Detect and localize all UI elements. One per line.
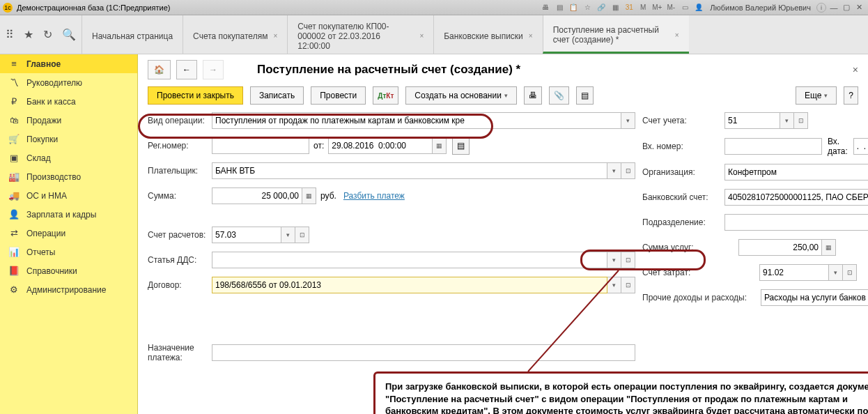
close-icon[interactable]: × [273,32,277,40]
close-icon[interactable]: × [529,32,533,40]
dropdown-icon[interactable]: ▾ [621,112,635,129]
bank-input[interactable] [724,189,868,206]
m-icon[interactable]: M [637,2,649,13]
calendar-icon[interactable]: ▦ [433,137,447,154]
calc-icon[interactable]: ▦ [302,187,316,204]
post-close-button[interactable]: Провести и закрыть [148,86,243,105]
op-type-input[interactable] [212,112,621,129]
fav-icon[interactable]: ☆ [582,2,593,13]
inno-input[interactable] [724,138,822,155]
close-button[interactable]: ✕ [853,2,865,13]
purpose-input[interactable] [212,344,635,361]
calc-acc-input[interactable] [212,227,281,243]
open-icon[interactable]: ⊡ [621,252,635,268]
sidebar-label: Администрирование [26,285,106,295]
maximize-button[interactable]: ▢ [840,2,853,13]
bag-icon: 🛍 [8,115,20,125]
open-icon[interactable]: ⊡ [295,227,309,243]
calendar-icon[interactable]: 31 [623,2,635,13]
star-icon[interactable]: ★ [24,28,33,41]
dropdown-icon[interactable]: ▾ [607,252,621,268]
save-button[interactable]: Записать [250,86,304,105]
calc-icon[interactable]: ▦ [610,2,621,13]
contract-input[interactable] [212,277,607,293]
cost-acc-input[interactable] [759,264,829,281]
open-icon[interactable]: ⊡ [843,264,857,281]
mminus-icon[interactable]: M- [665,2,676,13]
clipboard-icon[interactable]: 📋 [568,2,579,13]
open-icon[interactable]: ⊡ [621,162,635,179]
sidebar-item-sales[interactable]: 🛍Продажи [0,111,137,130]
indate-input[interactable] [853,138,868,155]
date-input[interactable] [328,137,433,154]
sum-input[interactable] [212,187,302,204]
home-button[interactable]: 🏠 [148,60,171,79]
sidebar-item-ops[interactable]: ⇄Операции [0,224,137,243]
other-input[interactable] [761,289,868,306]
tab-receipt[interactable]: Поступление на расчетный счет (создание)… [543,15,689,54]
apps-icon[interactable]: ⠿ [6,28,14,41]
open-icon[interactable]: ⊡ [621,277,635,293]
mplus-icon[interactable]: M+ [651,2,662,13]
sidebar-item-refs[interactable]: 📕Справочники [0,261,137,280]
attach-button[interactable]: 📎 [549,86,569,105]
doc-button[interactable]: ▤ [452,137,470,155]
back-button[interactable]: ← [176,60,197,79]
dropdown-icon[interactable]: ▾ [829,264,843,281]
sidebar-label: Склад [26,153,51,163]
sidebar-item-assets[interactable]: 🚚ОС и НМА [0,186,137,205]
app-icon: 1c [3,3,13,13]
tab-invoices[interactable]: Счета покупателям× [183,15,287,54]
history-icon[interactable]: ↻ [43,28,52,41]
dropdown-icon[interactable]: ▾ [780,112,794,129]
sidebar-label: Справочники [26,266,77,276]
sidebar-item-manager[interactable]: 〽Руководителю [0,73,137,92]
create-from-button[interactable]: Создать на основании [405,86,517,105]
open-icon[interactable]: ⊡ [794,112,808,129]
sidebar-item-reports[interactable]: 📊Отчеты [0,243,137,261]
tab-invoice-doc[interactable]: Счет покупателю КП00-000002 от 22.03.201… [287,15,433,54]
sidebar-item-purchase[interactable]: 🛒Покупки [0,130,137,148]
more-button[interactable]: Еще [796,86,837,105]
acc-input[interactable] [724,112,780,129]
box-icon: ▣ [8,153,20,163]
info-icon[interactable]: i [816,3,826,13]
purpose-label: Назначение платежа: [148,343,212,362]
user-name[interactable]: Любимов Валерий Юрьевич [710,3,811,12]
dept-input[interactable] [724,214,868,231]
page-close-button[interactable]: × [853,64,858,75]
dropdown-icon[interactable]: ▾ [607,162,621,179]
link-icon[interactable]: 🔗 [596,2,607,13]
calc-icon[interactable]: ▦ [822,239,836,256]
window-icon[interactable]: ▭ [679,2,690,13]
sidebar-item-admin[interactable]: ⚙Администрирование [0,280,137,299]
minimize-button[interactable]: — [828,2,840,13]
sidebar-item-salary[interactable]: 👤Зарплата и кадры [0,205,137,224]
reg-input[interactable] [212,137,309,154]
sidebar-item-stock[interactable]: ▣Склад [0,148,137,167]
post-button[interactable]: Провести [311,86,366,105]
payer-input[interactable] [212,162,607,179]
report-button[interactable]: ▤ [576,86,594,105]
print-button[interactable]: 🖶 [524,86,542,105]
split-payment-link[interactable]: Разбить платеж [343,191,405,201]
org-input[interactable] [724,164,868,181]
help-button[interactable]: ? [844,86,858,105]
forward-button[interactable]: → [203,60,224,79]
svc-input[interactable] [738,239,822,256]
dtkt-button[interactable]: ДтКт [373,86,398,105]
close-icon[interactable]: × [675,31,679,39]
dropdown-icon[interactable]: ▾ [281,227,295,243]
print-icon[interactable]: 🖶 [540,2,551,13]
tab-home[interactable]: Начальная страница [82,15,183,54]
sidebar-item-prod[interactable]: 🏭Производство [0,167,137,186]
close-icon[interactable]: × [419,32,424,40]
search-icon[interactable]: 🔍 [62,28,76,41]
tab-bank[interactable]: Банковские выписки× [433,15,542,54]
doc-icon[interactable]: ▤ [554,2,565,13]
dds-input[interactable] [212,252,607,268]
sidebar-item-main[interactable]: ≡Главное [0,54,137,73]
dropdown-icon[interactable]: ▾ [607,277,621,293]
ruble-icon: ₽ [8,96,20,107]
sidebar-item-bank[interactable]: ₽Банк и касса [0,92,137,111]
